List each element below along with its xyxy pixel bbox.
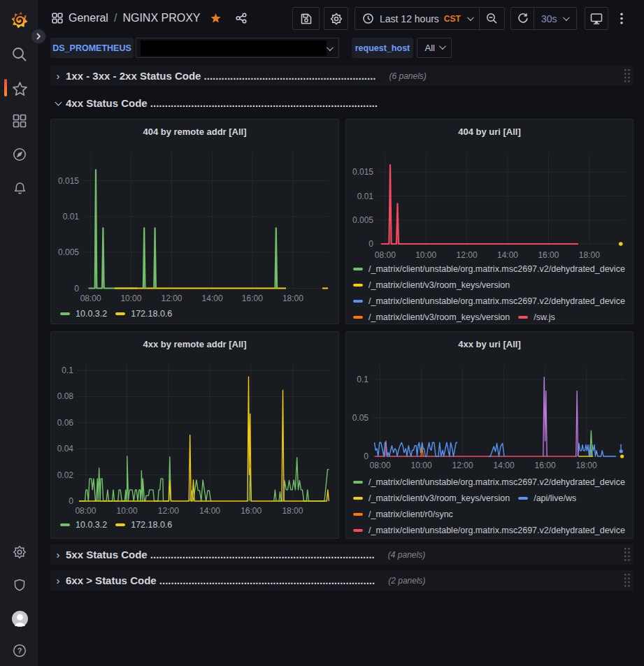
svg-text:10:00: 10:00 <box>120 294 141 303</box>
svg-text:12:00: 12:00 <box>161 294 182 303</box>
svg-text:12:00: 12:00 <box>452 461 473 470</box>
svg-text:08:00: 08:00 <box>75 506 96 516</box>
svg-text:0: 0 <box>364 451 368 461</box>
svg-text:14:00: 14:00 <box>497 250 518 260</box>
svg-text:16:00: 16:00 <box>535 461 556 470</box>
svg-text:0: 0 <box>368 239 373 249</box>
svg-text:0: 0 <box>74 284 79 294</box>
svg-text:10:00: 10:00 <box>415 250 436 260</box>
svg-text:12:00: 12:00 <box>457 250 478 260</box>
svg-text:08:00: 08:00 <box>80 294 101 303</box>
svg-text:08:00: 08:00 <box>375 250 396 260</box>
svg-text:0.04: 0.04 <box>57 444 74 454</box>
svg-text:?: ? <box>17 646 22 655</box>
svg-text:14:00: 14:00 <box>199 506 220 516</box>
svg-text:10:00: 10:00 <box>411 461 432 470</box>
svg-text:0: 0 <box>69 496 73 506</box>
svg-text:18:00: 18:00 <box>282 506 303 516</box>
svg-text:14:00: 14:00 <box>202 294 223 303</box>
svg-text:0.005: 0.005 <box>58 247 79 257</box>
svg-text:12:00: 12:00 <box>158 506 179 516</box>
svg-text:0.005: 0.005 <box>352 215 373 225</box>
svg-text:18:00: 18:00 <box>282 294 303 303</box>
svg-text:0.02: 0.02 <box>57 470 74 480</box>
svg-text:16:00: 16:00 <box>538 250 559 260</box>
svg-text:0.1: 0.1 <box>357 375 368 384</box>
svg-text:0.05: 0.05 <box>352 413 369 423</box>
svg-text:0.015: 0.015 <box>58 176 79 186</box>
svg-text:14:00: 14:00 <box>494 461 515 470</box>
svg-text:18:00: 18:00 <box>576 461 597 470</box>
svg-text:16:00: 16:00 <box>242 294 263 303</box>
svg-text:0.01: 0.01 <box>63 212 80 222</box>
svg-text:08:00: 08:00 <box>370 461 391 470</box>
svg-text:16:00: 16:00 <box>241 506 262 516</box>
svg-text:0.1: 0.1 <box>62 365 73 375</box>
svg-text:10:00: 10:00 <box>117 506 138 516</box>
svg-text:0.015: 0.015 <box>352 167 373 177</box>
svg-text:0.06: 0.06 <box>57 418 74 428</box>
svg-text:18:00: 18:00 <box>579 250 600 260</box>
svg-text:0.08: 0.08 <box>57 391 74 401</box>
svg-text:0.01: 0.01 <box>357 191 374 201</box>
